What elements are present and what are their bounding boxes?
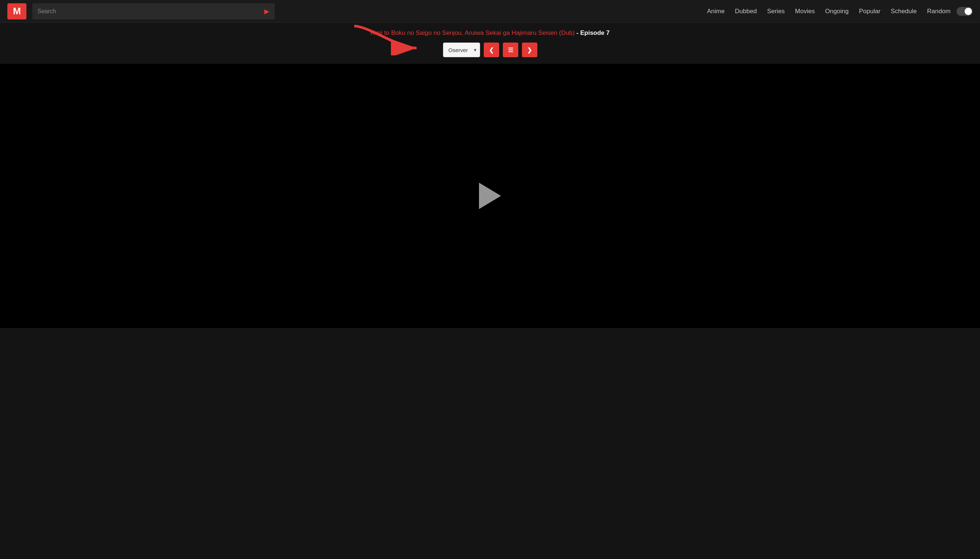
server-select-wrapper: Oserver Server 1 Server 2 <box>443 43 480 57</box>
main-nav: Anime Dubbed Series Movies Ongoing Popul… <box>707 8 951 15</box>
arrow-annotation <box>347 22 428 55</box>
site-logo[interactable]: M <box>7 3 27 20</box>
nav-popular[interactable]: Popular <box>859 8 881 15</box>
nav-dubbed[interactable]: Dubbed <box>735 8 757 15</box>
prev-episode-button[interactable]: ❮ <box>484 43 499 57</box>
nav-movies[interactable]: Movies <box>795 8 815 15</box>
chevron-left-icon: ❮ <box>489 46 494 53</box>
play-icon <box>479 183 501 209</box>
logo-letter: M <box>13 5 21 17</box>
search-input[interactable] <box>37 8 260 15</box>
next-episode-button[interactable]: ❯ <box>522 43 537 57</box>
nav-anime[interactable]: Anime <box>707 8 725 15</box>
video-player[interactable] <box>0 64 980 328</box>
search-submit-icon[interactable]: ▶ <box>264 7 269 15</box>
episode-title-suffix: - Episode 7 <box>575 29 610 36</box>
episode-list-button[interactable]: ☰ <box>503 43 518 57</box>
player-controls-row: Oserver Server 1 Server 2 ❮ ☰ ❯ <box>0 43 980 64</box>
site-header: M ▶ Anime Dubbed Series Movies Ongoing P… <box>0 0 980 23</box>
menu-icon: ☰ <box>508 46 513 53</box>
search-bar: ▶ <box>32 3 275 20</box>
chevron-right-icon: ❯ <box>527 46 532 53</box>
server-select[interactable]: Oserver Server 1 Server 2 <box>443 43 480 57</box>
nav-schedule[interactable]: Schedule <box>891 8 917 15</box>
nav-series[interactable]: Series <box>767 8 785 15</box>
theme-toggle[interactable] <box>957 7 973 16</box>
nav-ongoing[interactable]: Ongoing <box>825 8 849 15</box>
nav-random[interactable]: Random <box>927 8 951 15</box>
toggle-knob <box>965 8 972 15</box>
episode-bar: Kimi to Boku no Saigo no Senjou, Aruiwa … <box>0 23 980 43</box>
